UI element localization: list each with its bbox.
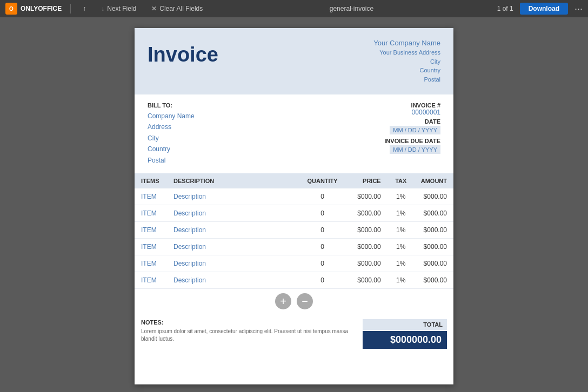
price-cell[interactable]: $000.00 xyxy=(344,255,387,272)
amount-cell[interactable]: $000.00 xyxy=(415,238,453,255)
billing-postal[interactable]: Postal xyxy=(148,155,195,166)
item-cell[interactable]: ITEM xyxy=(135,205,167,221)
bill-to-block: BILL TO: Company Name Address City Count… xyxy=(148,102,195,166)
description-cell[interactable]: Description xyxy=(167,255,300,272)
item-cell[interactable]: ITEM xyxy=(135,238,167,255)
total-section: TOTAL $000000.00 xyxy=(356,314,453,354)
amount-cell[interactable]: $000.00 xyxy=(415,188,453,205)
prev-field-button[interactable]: ↑ xyxy=(79,3,89,14)
col-header-amount: AMOUNT xyxy=(415,173,453,188)
bill-to-label: BILL TO: xyxy=(148,102,195,109)
col-header-tax: TAX xyxy=(387,173,415,188)
billing-address[interactable]: Address xyxy=(148,121,195,132)
col-header-description: DESCRIPTION xyxy=(167,173,300,188)
toolbar-right: 1 of 1 Download ··· xyxy=(497,3,583,15)
next-field-button[interactable]: ↓ Next Field xyxy=(98,3,139,14)
page-count: 1 of 1 xyxy=(497,5,513,12)
invoice-num-value[interactable]: 00000001 xyxy=(384,109,440,116)
col-header-items: ITEMS xyxy=(135,173,167,188)
price-cell[interactable]: $000.00 xyxy=(344,205,387,221)
col-header-price: PRICE xyxy=(344,173,387,188)
logo: O ONLYOFFICE xyxy=(5,3,62,15)
notes-text[interactable]: Lorem ipsum dolor sit amet, consectetur … xyxy=(141,328,350,343)
item-cell[interactable]: ITEM xyxy=(135,255,167,272)
prev-field-icon: ↑ xyxy=(83,5,86,12)
header-city[interactable]: City xyxy=(373,57,440,66)
main-content: Invoice Your Company Name Your Business … xyxy=(0,17,588,392)
header-postal[interactable]: Postal xyxy=(373,75,440,84)
quantity-cell[interactable]: 0 xyxy=(300,205,344,221)
remove-row-button[interactable]: − xyxy=(297,293,313,309)
invoice-title: Invoice xyxy=(148,43,218,66)
company-name-header[interactable]: Your Company Name xyxy=(373,39,440,47)
item-cell[interactable]: ITEM xyxy=(135,272,167,288)
tax-cell[interactable]: 1% xyxy=(387,272,415,288)
total-value[interactable]: $000000.00 xyxy=(363,331,447,349)
billing-section: BILL TO: Company Name Address City Count… xyxy=(135,94,453,173)
header-country[interactable]: Country xyxy=(373,66,440,75)
notes-section: NOTES: Lorem ipsum dolor sit amet, conse… xyxy=(135,314,356,354)
clear-all-button[interactable]: ✕ Clear All Fields xyxy=(148,3,206,14)
total-label: TOTAL xyxy=(363,319,447,330)
toolbar-separator xyxy=(70,4,71,13)
tax-cell[interactable]: 1% xyxy=(387,221,415,238)
table-row: ITEM Description 0 $000.00 1% $000.00 xyxy=(135,221,453,238)
date-label: DATE xyxy=(384,118,440,125)
due-date-field[interactable]: MM / DD / YYYY xyxy=(390,145,440,154)
invoice-title-block: Invoice xyxy=(148,39,218,66)
logo-text: ONLYOFFICE xyxy=(21,5,62,12)
invoice-meta: INVOICE # 00000001 DATE MM / DD / YYYY I… xyxy=(384,102,440,166)
tax-cell[interactable]: 1% xyxy=(387,205,415,221)
description-cell[interactable]: Description xyxy=(167,272,300,288)
row-controls: + − xyxy=(135,289,453,314)
more-options-button[interactable]: ··· xyxy=(574,3,583,15)
item-cell[interactable]: ITEM xyxy=(135,221,167,238)
business-address[interactable]: Your Business Address xyxy=(373,48,440,57)
table-row: ITEM Description 0 $000.00 1% $000.00 xyxy=(135,238,453,255)
amount-cell[interactable]: $000.00 xyxy=(415,221,453,238)
price-cell[interactable]: $000.00 xyxy=(344,221,387,238)
tax-cell[interactable]: 1% xyxy=(387,238,415,255)
tax-cell[interactable]: 1% xyxy=(387,255,415,272)
company-info: Your Company Name Your Business Address … xyxy=(373,39,440,84)
billing-country[interactable]: Country xyxy=(148,144,195,154)
table-row: ITEM Description 0 $000.00 1% $000.00 xyxy=(135,255,453,272)
invoice-num-label: INVOICE # xyxy=(384,102,440,109)
table-row: ITEM Description 0 $000.00 1% $000.00 xyxy=(135,188,453,205)
price-cell[interactable]: $000.00 xyxy=(344,272,387,288)
add-row-button[interactable]: + xyxy=(275,293,291,309)
billing-city[interactable]: City xyxy=(148,133,195,144)
description-cell[interactable]: Description xyxy=(167,205,300,221)
download-button[interactable]: Download xyxy=(520,3,568,15)
quantity-cell[interactable]: 0 xyxy=(300,221,344,238)
quantity-cell[interactable]: 0 xyxy=(300,188,344,205)
items-table: ITEMS DESCRIPTION QUANTITY PRICE TAX AMO… xyxy=(135,173,453,289)
table-row: ITEM Description 0 $000.00 1% $000.00 xyxy=(135,272,453,288)
doc-name: general-invoice xyxy=(215,5,488,12)
table-row: ITEM Description 0 $000.00 1% $000.00 xyxy=(135,205,453,221)
col-header-quantity: QUANTITY xyxy=(300,173,344,188)
bottom-section: NOTES: Lorem ipsum dolor sit amet, conse… xyxy=(135,314,453,360)
price-cell[interactable]: $000.00 xyxy=(344,188,387,205)
notes-label: NOTES: xyxy=(141,319,350,326)
due-date-label: INVOICE DUE DATE xyxy=(384,138,440,144)
quantity-cell[interactable]: 0 xyxy=(300,272,344,288)
price-cell[interactable]: $000.00 xyxy=(344,238,387,255)
amount-cell[interactable]: $000.00 xyxy=(415,272,453,288)
quantity-cell[interactable]: 0 xyxy=(300,255,344,272)
next-field-label: Next Field xyxy=(107,5,136,12)
description-cell[interactable]: Description xyxy=(167,221,300,238)
date-field[interactable]: MM / DD / YYYY xyxy=(390,126,440,134)
tax-cell[interactable]: 1% xyxy=(387,188,415,205)
clear-all-icon: ✕ xyxy=(151,5,157,12)
description-cell[interactable]: Description xyxy=(167,188,300,205)
logo-icon: O xyxy=(5,3,17,15)
toolbar: O ONLYOFFICE ↑ ↓ Next Field ✕ Clear All … xyxy=(0,0,588,17)
description-cell[interactable]: Description xyxy=(167,238,300,255)
quantity-cell[interactable]: 0 xyxy=(300,238,344,255)
clear-all-label: Clear All Fields xyxy=(159,5,203,12)
billing-company-name[interactable]: Company Name xyxy=(148,111,195,121)
item-cell[interactable]: ITEM xyxy=(135,188,167,205)
amount-cell[interactable]: $000.00 xyxy=(415,255,453,272)
amount-cell[interactable]: $000.00 xyxy=(415,205,453,221)
